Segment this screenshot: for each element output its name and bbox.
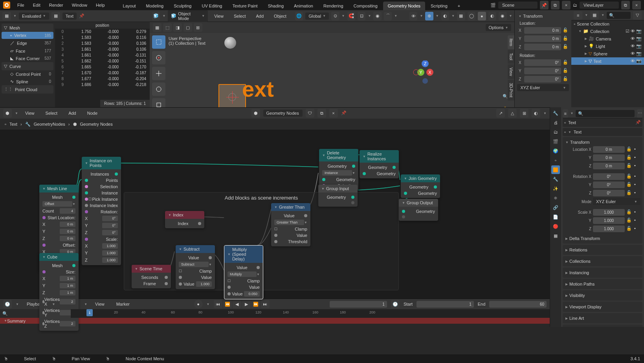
- shade-wire-icon[interactable]: ◯: [468, 12, 475, 20]
- vp-add[interactable]: Add: [252, 12, 268, 20]
- lock-icon[interactable]: 🔓: [563, 44, 569, 50]
- dot-icon[interactable]: •: [634, 163, 640, 169]
- sidebar-tab-tool[interactable]: Tool: [508, 50, 514, 63]
- dot-icon[interactable]: •: [634, 190, 640, 196]
- section-header[interactable]: ▶Viewport Display: [565, 304, 640, 310]
- ne-view[interactable]: View: [21, 109, 39, 117]
- tab-viewlayer[interactable]: 🗂: [551, 128, 560, 136]
- delta-transform-section[interactable]: ▶Delta Transform: [565, 235, 640, 242]
- timeline-summary[interactable]: ▼ Summary: [0, 318, 550, 324]
- dot-icon[interactable]: •: [634, 209, 640, 216]
- table-row[interactable]: 81.677-0.000-0.204: [55, 76, 150, 82]
- clock-icon[interactable]: 🕐: [391, 300, 400, 308]
- camera-icon[interactable]: 📷: [636, 29, 642, 34]
- location-field[interactable]: 0 m: [524, 27, 561, 34]
- scene-delete-icon[interactable]: ×: [562, 1, 571, 9]
- node-instance-on-points[interactable]: ▼Instance on Points Instances Points Sel…: [82, 157, 121, 265]
- orient-icon[interactable]: 🌐: [295, 12, 303, 20]
- data-header[interactable]: ▫▼ Text: [563, 128, 642, 136]
- sidebar-tab-3dprint[interactable]: 3D-Print: [508, 80, 514, 101]
- vp-select[interactable]: Select: [230, 12, 250, 20]
- tl-view[interactable]: View: [91, 300, 108, 308]
- tab-world[interactable]: 🌍: [551, 147, 560, 155]
- dot-icon[interactable]: •: [634, 226, 640, 232]
- eye-icon[interactable]: 👁: [631, 36, 635, 41]
- transform-field[interactable]: 1.000: [593, 209, 625, 216]
- shade-matprev-icon[interactable]: ◐: [488, 12, 496, 20]
- tool-move[interactable]: [152, 67, 165, 80]
- menu-render[interactable]: Render: [45, 1, 67, 9]
- transform-header[interactable]: ▼Transform: [517, 13, 569, 20]
- sel-none-icon[interactable]: ▢: [183, 23, 192, 32]
- nodetree-icon[interactable]: ⬢: [251, 109, 260, 117]
- jump-end-icon[interactable]: ⏭: [261, 300, 270, 308]
- pin-icon[interactable]: 📌: [79, 13, 84, 19]
- transform-field[interactable]: 1.000: [593, 217, 625, 224]
- transform-field[interactable]: 0°: [593, 190, 625, 196]
- options-dropdown[interactable]: Options▼: [486, 24, 512, 31]
- dot-icon[interactable]: •: [634, 155, 640, 161]
- filter-icon[interactable]: ▽: [633, 11, 642, 20]
- node-join-geometry[interactable]: ▼Join Geometry Geometry Geometry: [401, 174, 440, 198]
- tab-particles[interactable]: ✨: [551, 184, 560, 193]
- tab-collection[interactable]: ▫: [551, 156, 560, 165]
- sel-all-icon[interactable]: ▦: [153, 23, 161, 32]
- layer-delete-icon[interactable]: ×: [632, 1, 641, 9]
- eye-icon[interactable]: 👁: [631, 44, 635, 49]
- lock-icon[interactable]: 🔓: [626, 209, 633, 216]
- transform-field[interactable]: 0 m: [593, 154, 625, 161]
- location-field[interactable]: 0 m: [524, 44, 561, 50]
- lock-icon[interactable]: 🔓: [563, 76, 569, 82]
- ne-btn3[interactable]: ⊞: [520, 109, 528, 117]
- tab-scene[interactable]: 🎬: [551, 137, 560, 146]
- 3d-viewport[interactable]: User Perspective (1) Collection | Text: [150, 33, 514, 107]
- camera-icon[interactable]: 📷: [636, 59, 642, 64]
- jump-next-icon[interactable]: ⏩: [251, 300, 260, 308]
- section-header[interactable]: ▶Motion Paths: [565, 281, 640, 287]
- shade-solid-icon[interactable]: ●: [478, 12, 486, 20]
- node-greater-than[interactable]: ▼Greater Than Value Greater Than▼ ☐Clamp…: [271, 203, 310, 246]
- section-header[interactable]: ▶Instancing: [565, 270, 640, 276]
- xray-icon[interactable]: ▦: [457, 12, 465, 20]
- editor-type-icon[interactable]: 🧊: [152, 12, 160, 20]
- domain-cp[interactable]: ◇Control Point0: [2, 70, 53, 78]
- editor-type-icon[interactable]: ▦: [2, 12, 11, 20]
- tl-marker[interactable]: Marker: [112, 300, 134, 308]
- node-subtract[interactable]: ▼Subtract Value Subtract▼ ☐Clamp Value V…: [176, 245, 215, 289]
- menu-help[interactable]: Help: [92, 1, 109, 9]
- transform-field[interactable]: 0 m: [593, 163, 625, 169]
- lock-icon[interactable]: 🔓: [563, 28, 569, 34]
- node-cube[interactable]: ▼Cube Mesh Size: X1 m Y1 m Z1 m Vertices…: [39, 253, 79, 331]
- pivot-icon[interactable]: ⊙: [331, 12, 339, 20]
- transform-section[interactable]: ▼Transform: [565, 139, 640, 145]
- tab-shading[interactable]: Shading: [263, 2, 288, 10]
- timeline-cursor[interactable]: 1: [86, 309, 93, 316]
- table-row[interactable]: 31.661-0.0000.106: [55, 46, 150, 52]
- node-group-output[interactable]: ▼Group Output Geometry: [399, 199, 438, 221]
- eye-icon[interactable]: 👁: [631, 59, 635, 64]
- tab-output[interactable]: 🖨: [551, 118, 560, 127]
- ne-select[interactable]: Select: [42, 109, 62, 117]
- jump-start-icon[interactable]: ⏮: [214, 300, 222, 308]
- domain-face[interactable]: ▱Face177: [2, 47, 53, 55]
- node-group-input[interactable]: ▼Group Input Geometry: [318, 185, 358, 207]
- blender-logo-icon[interactable]: [3, 2, 10, 9]
- lock-icon[interactable]: 🔓: [626, 182, 633, 188]
- jump-prev-icon[interactable]: ⏪: [223, 300, 232, 308]
- lock-icon[interactable]: 🔓: [626, 174, 633, 180]
- table-row[interactable]: 11.583-0.0000.116: [55, 35, 150, 40]
- domain-facecorner[interactable]: ◣Face Corner537: [2, 55, 53, 62]
- rotation-field[interactable]: 0°: [524, 68, 561, 74]
- ne-btn2[interactable]: △: [508, 109, 517, 117]
- eye-icon[interactable]: 👁: [631, 29, 635, 34]
- ne-node[interactable]: Node: [83, 109, 101, 117]
- search-input[interactable]: [576, 110, 635, 117]
- tab-geonodes[interactable]: Geometry Nodes: [383, 2, 425, 10]
- editor-type-icon[interactable]: ⬢: [3, 109, 12, 117]
- timeline-track[interactable]: 1 20406080100120140160180200: [71, 309, 550, 318]
- bc-tree[interactable]: Geometry Nodes: [80, 122, 113, 126]
- tool-cursor[interactable]: [152, 51, 165, 64]
- tab-data[interactable]: 📄: [551, 213, 560, 221]
- editor-type-icon[interactable]: ≡: [563, 109, 568, 118]
- menu-window[interactable]: Window: [68, 1, 91, 9]
